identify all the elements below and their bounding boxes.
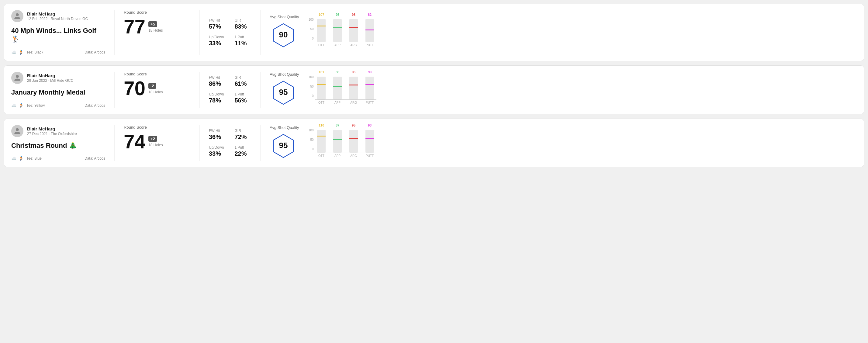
data-source: Data: Arccos xyxy=(85,156,105,161)
svg-text:90: 90 xyxy=(279,30,288,39)
fw-hit-value: 36% xyxy=(209,133,225,141)
round-left-section: Blair McHarg 27 Dec 2021 · The Oxfordshi… xyxy=(11,125,115,161)
bar-background xyxy=(349,19,358,42)
fw-hit-stat: FW Hit 36% xyxy=(209,129,225,141)
chart-bar-col: 95 xyxy=(347,128,360,153)
quality-left: Avg Shot Quality 95 xyxy=(270,72,299,107)
gir-label: GIR xyxy=(235,75,251,80)
chart-bar-col: 82 xyxy=(363,18,376,42)
chart-x-label: OTT xyxy=(315,101,328,104)
bag-icon: 🏌 xyxy=(19,103,24,108)
hexagon-wrapper: 95 xyxy=(270,79,299,107)
chart-bar-col: 98 xyxy=(347,18,360,42)
y-axis: 100 50 0 xyxy=(306,75,315,98)
y-label-50: 50 xyxy=(310,138,313,142)
round-title: Christmas Round 🎄 xyxy=(11,142,105,150)
quality-left: Avg Shot Quality 90 xyxy=(270,14,299,50)
round-card: Blair McHarg 29 Jan 2022 · Mill Ride GCC… xyxy=(4,65,864,114)
avatar xyxy=(11,72,23,84)
user-name: Blair McHarg xyxy=(27,73,73,78)
chart-bar-col: 93 xyxy=(363,128,376,153)
gir-stat: GIR 61% xyxy=(235,75,251,87)
round-card: Blair McHarg 12 Feb 2022 · Royal North D… xyxy=(4,4,864,61)
round-meta: ☁️ 🏌 Tee: Yellow Data: Arccos xyxy=(11,103,105,108)
user-name: Blair McHarg xyxy=(27,126,77,131)
bar-value: 95 xyxy=(336,13,339,17)
round-title: January Monthly Medal xyxy=(11,88,105,97)
avg-quality-label: Avg Shot Quality xyxy=(270,14,299,19)
up-down-value: 33% xyxy=(209,40,225,47)
bar-stripe xyxy=(349,27,358,28)
chart-container: 100 50 0 107 95 98 xyxy=(306,18,376,47)
chart-bar-col: 96 xyxy=(347,75,360,99)
fw-hit-stat: FW Hit 86% xyxy=(209,75,225,87)
gir-value: 72% xyxy=(235,133,251,141)
big-score: 74 xyxy=(124,132,145,151)
user-details: Blair McHarg 29 Jan 2022 · Mill Ride GCC xyxy=(27,73,73,83)
y-label-0: 0 xyxy=(312,94,314,98)
round-left-section: Blair McHarg 29 Jan 2022 · Mill Ride GCC… xyxy=(11,72,115,108)
weather-icon: ☁️ xyxy=(11,156,17,161)
gir-label: GIR xyxy=(235,129,251,133)
chart-x-label: ARG xyxy=(347,154,360,157)
bar-stripe xyxy=(349,138,358,139)
up-down-label: Up/Down xyxy=(209,145,225,150)
x-labels: OTTAPPARGPUTT xyxy=(315,154,376,157)
stat-row-bottom: Up/Down 78% 1 Putt 56% xyxy=(209,92,251,104)
hexagon-wrapper: 95 xyxy=(270,132,299,161)
weather-icon: ☁️ xyxy=(11,103,17,108)
score-diff-badge: +2 xyxy=(148,136,157,142)
score-diff-badge: +5 xyxy=(148,21,157,27)
avatar xyxy=(11,10,23,22)
bar-background xyxy=(366,130,374,153)
user-date: 12 Feb 2022 · Royal North Devon GC xyxy=(27,17,88,21)
chart-x-label: OTT xyxy=(315,154,328,157)
x-labels: OTTAPPARGPUTT xyxy=(315,101,376,104)
y-axis: 100 50 0 xyxy=(306,129,315,151)
chart-x-label: ARG xyxy=(347,43,360,47)
bar-stripe xyxy=(333,86,342,87)
one-putt-stat: 1 Putt 11% xyxy=(235,35,251,47)
up-down-stat: Up/Down 33% xyxy=(209,145,225,157)
bar-value: 87 xyxy=(336,123,339,127)
chart-x-label: APP xyxy=(331,154,344,157)
user-info: Blair McHarg 29 Jan 2022 · Mill Ride GCC xyxy=(11,72,105,84)
up-down-value: 33% xyxy=(209,150,225,157)
bar-stripe xyxy=(366,84,374,85)
avg-quality-label: Avg Shot Quality xyxy=(270,72,299,76)
chart-bar-col: 110 xyxy=(315,128,328,153)
big-score: 70 xyxy=(124,79,145,98)
one-putt-label: 1 Putt xyxy=(235,35,251,39)
bar-value: 99 xyxy=(368,70,372,74)
gir-value: 61% xyxy=(235,80,251,87)
tee-label: Tee: Black xyxy=(26,50,43,55)
avg-quality-label: Avg Shot Quality xyxy=(270,125,299,130)
bar-value: 107 xyxy=(319,13,324,17)
score-row: 70 -2 18 Holes xyxy=(124,79,190,98)
chart-x-label: APP xyxy=(331,43,344,47)
quality-section: Avg Shot Quality 95 100 50 0 xyxy=(260,125,857,161)
bar-value: 96 xyxy=(352,70,355,74)
hexagon-wrapper: 90 xyxy=(270,22,299,50)
avatar xyxy=(11,125,23,137)
fw-hit-stat: FW Hit 57% xyxy=(209,18,225,30)
stat-row-top: FW Hit 36% GIR 72% xyxy=(209,129,251,141)
bar-value: 101 xyxy=(319,70,324,74)
stat-row-bottom: Up/Down 33% 1 Putt 22% xyxy=(209,145,251,157)
bars-area: 110 87 95 93 xyxy=(315,129,376,153)
bar-value: 82 xyxy=(368,13,372,17)
holes-label: 18 Holes xyxy=(148,143,163,147)
chart-bar-col: 95 xyxy=(331,18,344,42)
y-label-0: 0 xyxy=(312,37,314,40)
bar-value: 95 xyxy=(352,123,355,127)
tee-label: Tee: Blue xyxy=(26,156,42,161)
user-date: 27 Dec 2021 · The Oxfordshire xyxy=(27,132,77,136)
round-left-section: Blair McHarg 12 Feb 2022 · Royal North D… xyxy=(11,10,115,55)
one-putt-label: 1 Putt xyxy=(235,145,251,150)
y-label-50: 50 xyxy=(310,27,313,31)
tee-label: Tee: Yellow xyxy=(26,103,45,107)
bar-stripe xyxy=(317,136,326,136)
big-score: 77 xyxy=(124,17,145,36)
chart-container: 100 50 0 101 86 96 xyxy=(306,75,376,104)
holes-label: 18 Holes xyxy=(148,90,163,94)
